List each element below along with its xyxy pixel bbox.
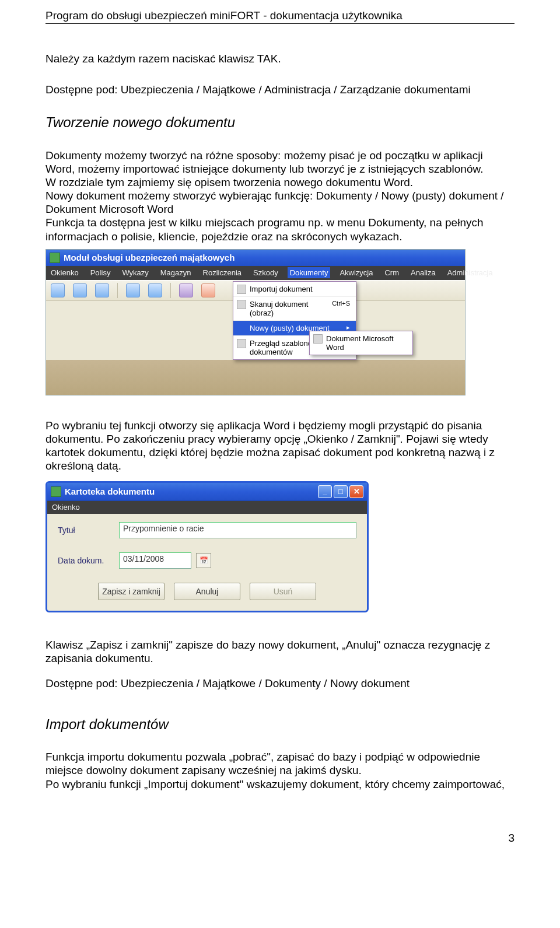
paragraph: Funkcja ta dostępna jest w kilku miejsca… <box>46 216 514 243</box>
toolbar-icon[interactable] <box>201 283 215 297</box>
menu-akwizycja[interactable]: Akwizycja <box>337 267 375 278</box>
page-number: 3 <box>46 832 514 845</box>
menu-dokumenty[interactable]: Dokumenty <box>288 267 331 278</box>
minimize-button[interactable]: _ <box>318 485 332 498</box>
app-icon <box>50 253 60 263</box>
date-input[interactable]: 03/11/2008 <box>119 552 191 569</box>
cancel-button[interactable]: Anuluj <box>174 583 240 600</box>
paragraph: Po wybraniu tej funkcji otworzy się apli… <box>46 419 514 473</box>
title-input[interactable]: Przypomnienie o racie <box>119 522 356 538</box>
shortcut-text: Ctrl+S <box>332 300 350 317</box>
menu-szkody[interactable]: Szkody <box>251 267 281 278</box>
save-close-button[interactable]: Zapisz i zamknij <box>98 583 164 600</box>
doc-header: Program do obsługi ubezpieczeń miniFORT … <box>46 9 514 24</box>
workspace-area <box>46 360 465 395</box>
toolbar-icon[interactable] <box>179 283 193 297</box>
screenshot-menu-app: Moduł obsługi ubezpieczeń majątkowych Ok… <box>46 249 466 395</box>
paragraph: Nowy dokument możemy stworzyć wybierając… <box>46 189 514 216</box>
menu-okienko[interactable]: Okienko <box>52 503 80 512</box>
toolbar-separator <box>117 283 118 298</box>
paragraph: Po wybraniu funkcji „Importuj dokument" … <box>46 778 514 791</box>
dropdown-label: Importuj dokument <box>250 285 313 293</box>
close-button[interactable]: ✕ <box>349 485 363 498</box>
menu-bar: Okienko Polisy Wykazy Magazyn Rozliczeni… <box>46 266 465 280</box>
menu-analiza[interactable]: Analiza <box>408 267 438 278</box>
menu-okienko[interactable]: Okienko <box>48 267 81 278</box>
window-title: Moduł obsługi ubezpieczeń majątkowych <box>64 253 235 262</box>
calendar-button[interactable]: 📅 <box>196 553 211 568</box>
paragraph: Klawisz „Zapisz i zamknij" zapisze do ba… <box>46 638 514 665</box>
paragraph: Należy za każdym razem naciskać klawisz … <box>46 52 514 65</box>
app-icon <box>51 486 61 497</box>
dropdown-item-skanuj[interactable]: Skanuj dokument (obraz) Ctrl+S <box>233 296 356 320</box>
scan-icon <box>237 300 246 309</box>
label-data: Data dokum. <box>58 556 119 565</box>
dropdown-label: Dokument Microsoft Word <box>326 334 407 352</box>
toolbar-icon[interactable] <box>126 283 140 297</box>
paragraph: Funkcja importu dokumentu pozwala „pobra… <box>46 750 514 777</box>
dropdown-label: Skanuj dokument (obraz) <box>250 300 332 317</box>
sub-dropdown-item-word[interactable]: Dokument Microsoft Word <box>310 331 412 355</box>
window-title-bar: Kartoteka dokumentu _ □ ✕ <box>47 483 367 501</box>
toolbar-icon[interactable] <box>95 283 109 297</box>
section-heading-tworzenie: Tworzenie nowego dokumentu <box>46 114 514 131</box>
menu-polisy[interactable]: Polisy <box>88 267 113 278</box>
toolbar-icon[interactable] <box>73 283 87 297</box>
paragraph: W rozdziale tym zajmiemy się opisem twor… <box>46 176 514 189</box>
menu-magazyn[interactable]: Magazyn <box>158 267 194 278</box>
menu-bar: Okienko <box>47 501 367 514</box>
toolbar-icon[interactable] <box>148 283 162 297</box>
paragraph: Dostępne pod: Ubezpieczenia / Majątkowe … <box>46 677 514 690</box>
doc-icon <box>237 285 246 294</box>
sub-dropdown: Dokument Microsoft Word <box>309 331 413 355</box>
screenshot-kartoteka-window: Kartoteka dokumentu _ □ ✕ Okienko Tytuł … <box>46 481 369 612</box>
paragraph: Dokumenty możemy tworzyć na różne sposob… <box>46 149 514 176</box>
menu-administracja[interactable]: Administracja <box>445 267 495 278</box>
section-heading-import: Import dokumentów <box>46 716 514 733</box>
toolbar-icon[interactable] <box>51 283 65 297</box>
menu-crm[interactable]: Crm <box>382 267 401 278</box>
delete-button[interactable]: Usuń <box>250 583 316 600</box>
window-title: Kartoteka dokumentu <box>65 486 155 496</box>
maximize-button[interactable]: □ <box>334 485 348 498</box>
list-icon <box>237 339 246 348</box>
menu-wykazy[interactable]: Wykazy <box>120 267 150 278</box>
dropdown-item-importuj[interactable]: Importuj dokument <box>233 282 356 296</box>
label-tytul: Tytuł <box>58 526 119 535</box>
word-icon <box>313 334 323 344</box>
toolbar-separator <box>170 283 171 298</box>
calendar-icon: 📅 <box>200 556 208 565</box>
menu-rozliczenia[interactable]: Rozliczenia <box>201 267 244 278</box>
window-title-bar: Moduł obsługi ubezpieczeń majątkowych <box>46 250 465 266</box>
paragraph: Dostępne pod: Ubezpieczenia / Majątkowe … <box>46 83 514 96</box>
